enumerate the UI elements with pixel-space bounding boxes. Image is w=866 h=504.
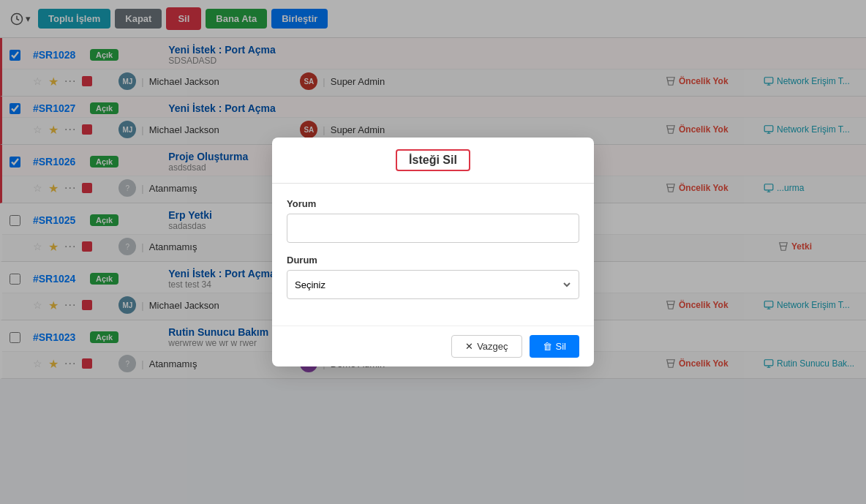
comment-input[interactable] [287, 214, 579, 243]
cancel-button[interactable]: ✕ Vazgeç [451, 335, 522, 358]
x-icon: ✕ [465, 341, 473, 352]
modal-overlay[interactable]: İsteği Sil Yorum Durum SeçinizAçıkKapalı… [0, 0, 866, 379]
comment-group: Yorum [287, 198, 579, 243]
status-select[interactable]: SeçinizAçıkKapalıBeklemede [287, 270, 579, 299]
delete-modal: İsteği Sil Yorum Durum SeçinizAçıkKapalı… [272, 138, 594, 366]
modal-delete-label: Sil [556, 341, 566, 352]
modal-delete-button[interactable]: 🗑 Sil [530, 335, 579, 358]
comment-label: Yorum [287, 198, 579, 209]
modal-body: Yorum Durum SeçinizAçıkKapalıBeklemede [272, 184, 594, 326]
trash-icon: 🗑 [543, 341, 552, 352]
status-label: Durum [287, 255, 579, 266]
cancel-label: Vazgeç [477, 341, 508, 352]
modal-title: İsteği Sil [396, 149, 470, 171]
modal-footer: ✕ Vazgeç 🗑 Sil [272, 326, 594, 366]
status-group: Durum SeçinizAçıkKapalıBeklemede [287, 255, 579, 299]
modal-header: İsteği Sil [272, 138, 594, 184]
